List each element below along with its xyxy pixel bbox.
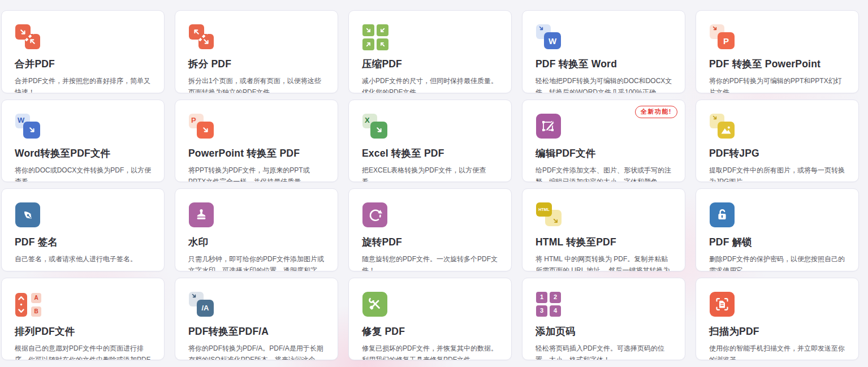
tool-description: 修复已损坏的PDF文件，并恢复其中的数据。利用我们的修复工具来修复PDF文件。 <box>362 343 499 361</box>
tool-title: Word转换至PDF文件 <box>15 146 152 160</box>
tool-description: 把EXCEL表格转换为PDF文件，以方便查看。 <box>362 165 499 183</box>
tool-title: 修复 PDF <box>362 325 499 338</box>
tool-title: 扫描为PDF <box>709 325 846 338</box>
tool-card-page-numbers[interactable]: 1234 添加页码 轻松将页码插入PDF文件。可选择页码的位置、大小、格式和字体… <box>522 278 685 361</box>
tool-title: 压缩PDF <box>362 57 499 71</box>
tool-title: 排列PDF文件 <box>15 325 152 338</box>
html-to-pdf-icon: HTML <box>536 202 563 230</box>
tool-description: 拆分出1个页面，或者所有页面，以便将这些页面转换为独立的PDF文件。 <box>188 75 325 93</box>
tool-title: 水印 <box>188 235 325 249</box>
tool-description: 给PDF文件添加文本、图片、形状或手写的注释。编辑已添加内容的大小、字体和颜色。 <box>536 165 672 183</box>
tool-title: PowerPoint 转换至 PDF <box>188 146 325 160</box>
tool-description: 将你的DOC或DOCX文件转换为PDF，以方便查看。 <box>15 165 152 183</box>
tool-description: 根据自己的意愿对PDF文件中的页面进行排序。你可以随时在你的文件中删除或添加PD… <box>15 343 152 361</box>
tool-title: 添加页码 <box>536 325 672 338</box>
split-pdf-icon <box>188 24 215 51</box>
tool-title: Excel 转换至 PDF <box>362 146 499 160</box>
tool-description: 减小PDF文件的尺寸，但同时保持最佳质量。优化您的PDF文件。 <box>362 75 499 93</box>
tool-title: PDF转JPG <box>709 146 846 160</box>
organize-pdf-icon: AB <box>15 292 42 319</box>
tool-card-repair-pdf[interactable]: 修复 PDF 修复已损坏的PDF文件，并恢复其中的数据。利用我们的修复工具来修复… <box>348 278 512 361</box>
rotate-pdf-icon <box>362 202 389 230</box>
tool-description: 将你的PDF转换为PDF/A。PDF/A是用于长期存档的ISO标准化PDF版本。… <box>188 343 325 361</box>
tool-card-powerpoint-to-pdf[interactable]: P PowerPoint 转换至 PDF 将PPT转换为PDF文件，与原来的PP… <box>175 100 338 183</box>
tool-title: PDF 转换至 Word <box>536 57 672 71</box>
pdf-tools-grid: 合并PDF 合并PDF文件，并按照您的喜好排序，简单又快速！ 拆分 PDF 拆分… <box>0 0 868 367</box>
tool-description: 随意旋转您的PDF文件。一次旋转多个PDF文件！ <box>362 253 499 271</box>
tool-title: 编辑PDF文件 <box>536 146 672 160</box>
merge-pdf-icon <box>15 24 42 51</box>
tool-card-sign-pdf[interactable]: PDF 签名 自己签名，或者请求他人进行电子签名。 <box>1 188 165 271</box>
pdf-to-powerpoint-icon: P <box>709 24 736 51</box>
tool-title: PDF 转换至 PowerPoint <box>709 57 846 71</box>
tool-description: 提取PDF文件中的所有图片，或将每一页转换为JPG图片。 <box>709 165 846 183</box>
tool-description: 轻松地把PDF转换为可编辑的DOC和DOCX文件。转换后的WORD文件几乎100… <box>536 75 672 93</box>
tool-description: 将你的PDF转换为可编辑的PPT和PPTX幻灯片文件。 <box>709 75 846 93</box>
tool-card-split-pdf[interactable]: 拆分 PDF 拆分出1个页面，或者所有页面，以便将这些页面转换为独立的PDF文件… <box>175 10 338 93</box>
tool-card-compress-pdf[interactable]: 压缩PDF 减小PDF文件的尺寸，但同时保持最佳质量。优化您的PDF文件。 <box>348 10 512 93</box>
tool-description: 轻松将页码插入PDF文件。可选择页码的位置、大小、格式和字体！ <box>536 343 672 361</box>
tool-title: 合并PDF <box>15 57 152 71</box>
watermark-stamp-icon <box>188 202 215 230</box>
pdf-to-jpg-icon <box>709 114 736 141</box>
tool-card-excel-to-pdf[interactable]: X Excel 转换至 PDF 把EXCEL表格转换为PDF文件，以方便查看。 <box>348 100 512 183</box>
unlock-pdf-icon <box>709 202 736 230</box>
new-feature-badge: 全新功能! <box>635 106 677 118</box>
tool-card-watermark[interactable]: 水印 只需几秒钟，即可给你的PDF文件添加图片或文字水印。可选择水印的位置、透明… <box>175 188 338 271</box>
tool-description: 只需几秒钟，即可给你的PDF文件添加图片或文字水印。可选择水印的位置、透明度和字… <box>188 253 325 271</box>
tool-card-pdf-to-powerpoint[interactable]: P PDF 转换至 PowerPoint 将你的PDF转换为可编辑的PPT和PP… <box>696 10 859 93</box>
tool-description: 将 HTML 中的网页转换为 PDF。复制并粘贴所需页面的 URL 地址， 然后… <box>536 253 672 271</box>
repair-pdf-icon <box>362 292 389 319</box>
tool-card-pdf-to-pdfa[interactable]: /A PDF转换至PDF/A 将你的PDF转换为PDF/A。PDF/A是用于长期… <box>175 278 338 361</box>
word-to-pdf-icon: W <box>15 114 42 141</box>
page-numbers-icon: 1234 <box>536 292 563 319</box>
edit-pdf-icon <box>536 114 563 141</box>
tool-card-pdf-to-jpg[interactable]: PDF转JPG 提取PDF文件中的所有图片，或将每一页转换为JPG图片。 <box>696 100 859 183</box>
powerpoint-to-pdf-icon: P <box>188 114 215 141</box>
tool-card-unlock-pdf[interactable]: PDF 解锁 删除PDF文件的保护密码，以便您按照自己的需求使用它。 <box>696 188 859 271</box>
tool-description: 删除PDF文件的保护密码，以便您按照自己的需求使用它。 <box>709 253 846 271</box>
tool-description: 合并PDF文件，并按照您的喜好排序，简单又快速！ <box>15 75 152 93</box>
tool-card-word-to-pdf[interactable]: W Word转换至PDF文件 将你的DOC或DOCX文件转换为PDF，以方便查看… <box>1 100 165 183</box>
compress-pdf-icon <box>362 24 389 51</box>
tool-title: HTML 转换至PDF <box>536 235 672 249</box>
tool-title: 拆分 PDF <box>188 57 325 71</box>
tool-title: 旋转PDF <box>362 235 499 249</box>
excel-to-pdf-icon: X <box>362 114 389 141</box>
tool-title: PDF 解锁 <box>709 235 846 249</box>
tool-description: 将PPT转换为PDF文件，与原来的PPT或PPTX文件完全一样，并保持最佳质量。 <box>188 165 325 183</box>
tool-card-organize-pdf[interactable]: AB 排列PDF文件 根据自己的意愿对PDF文件中的页面进行排序。你可以随时在你… <box>1 278 165 361</box>
sign-pdf-icon <box>15 202 42 230</box>
tool-description: 自己签名，或者请求他人进行电子签名。 <box>15 253 152 265</box>
tool-card-pdf-to-word[interactable]: W PDF 转换至 Word 轻松地把PDF转换为可编辑的DOC和DOCX文件。… <box>522 10 685 93</box>
tool-description: 使用你的智能手机扫描文件，并立即发送至你的浏览器。 <box>709 343 846 361</box>
tool-title: PDF转换至PDF/A <box>188 325 325 338</box>
tool-card-merge-pdf[interactable]: 合并PDF 合并PDF文件，并按照您的喜好排序，简单又快速！ <box>1 10 165 93</box>
tool-card-edit-pdf[interactable]: 全新功能! 编辑PDF文件 给PDF文件添加文本、图片、形状或手写的注释。编辑已… <box>522 100 685 183</box>
pdf-to-pdfa-icon: /A <box>188 292 215 319</box>
scan-to-pdf-icon <box>709 292 736 319</box>
tool-title: PDF 签名 <box>15 235 152 249</box>
tool-card-html-to-pdf[interactable]: HTML HTML 转换至PDF 将 HTML 中的网页转换为 PDF。复制并粘… <box>522 188 685 271</box>
pdf-to-word-icon: W <box>536 24 563 51</box>
tool-card-scan-to-pdf[interactable]: 扫描为PDF 使用你的智能手机扫描文件，并立即发送至你的浏览器。 <box>696 278 859 361</box>
tool-card-rotate-pdf[interactable]: 旋转PDF 随意旋转您的PDF文件。一次旋转多个PDF文件！ <box>348 188 512 271</box>
